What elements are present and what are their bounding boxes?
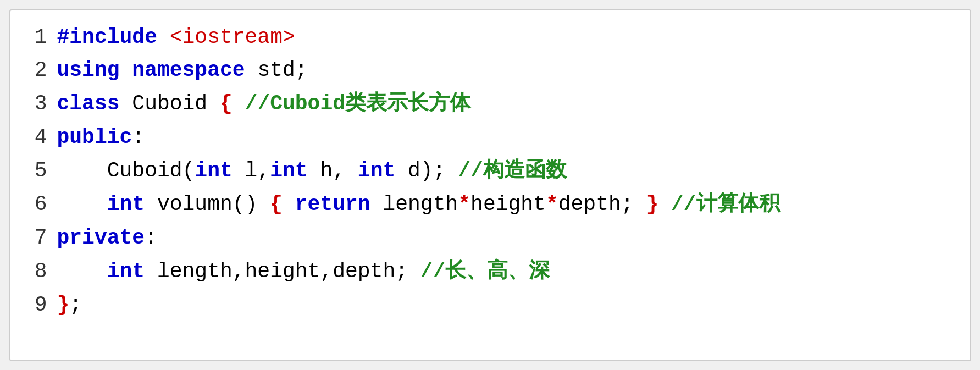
code-token: return [295, 192, 370, 216]
code-line: 4public: [27, 122, 954, 154]
code-token: //Cuboid类表示长方体 [232, 92, 470, 115]
code-token: : [132, 125, 145, 149]
code-line: 5 Cuboid(int l,int h, int d); //构造函数 [27, 155, 954, 187]
code-token: int [107, 259, 145, 283]
code-line: 6 int volumn() { return length*height*de… [27, 189, 954, 221]
code-line: 3class Cuboid { //Cuboid类表示长方体 [27, 88, 954, 120]
code-token: { [220, 92, 232, 115]
line-number: 5 [27, 155, 57, 187]
code-token: length,height,depth; [145, 259, 420, 283]
line-number: 6 [27, 189, 57, 221]
code-line: 1#include <iostream> [27, 21, 954, 54]
code-token: int [195, 159, 232, 183]
line-content: Cuboid(int l,int h, int d); //构造函数 [57, 155, 954, 187]
line-content: #include <iostream> [57, 21, 954, 54]
line-number: 3 [27, 88, 57, 120]
code-token: //长、高、深 [420, 259, 550, 283]
code-token: //计算体积 [658, 192, 779, 216]
line-number: 2 [27, 54, 57, 87]
code-token [57, 259, 107, 283]
code-token: private [57, 226, 145, 250]
line-number: 9 [27, 289, 57, 322]
code-token: height [470, 192, 546, 216]
code-token: //构造函数 [458, 159, 567, 183]
line-content: int volumn() { return length*height*dept… [57, 189, 954, 221]
code-line: 2using namespace std; [27, 54, 954, 87]
code-token: h, [308, 159, 358, 183]
code-token [283, 192, 295, 216]
code-token: l, [232, 159, 270, 183]
code-token: public [57, 125, 132, 149]
code-token: } [57, 293, 70, 317]
line-content: class Cuboid { //Cuboid类表示长方体 [57, 88, 954, 120]
code-token [120, 58, 132, 82]
code-token: Cuboid [120, 92, 220, 115]
line-content: using namespace std; [57, 54, 954, 87]
code-token: } [646, 192, 658, 216]
line-number: 4 [27, 122, 57, 154]
code-token [57, 192, 107, 216]
code-token: * [546, 192, 558, 216]
line-content: private: [57, 222, 954, 255]
line-content: int length,height,depth; //长、高、深 [57, 256, 954, 288]
code-token: ; [69, 293, 82, 317]
code-block: 1#include <iostream>2using namespace std… [27, 21, 954, 322]
code-token: int [358, 159, 395, 183]
code-token: #include [57, 25, 170, 49]
code-token: depth; [558, 192, 646, 216]
code-token: volumn() [145, 192, 270, 216]
code-token: std; [245, 58, 308, 82]
line-number: 7 [27, 222, 57, 255]
code-token: d); [395, 159, 458, 183]
code-token: : [145, 226, 157, 250]
code-line: 8 int length,height,depth; //长、高、深 [27, 256, 954, 288]
code-line: 9}; [27, 289, 954, 322]
line-number: 1 [27, 21, 57, 54]
code-token: int [107, 192, 145, 216]
code-token: { [270, 192, 283, 216]
code-token: length [370, 192, 458, 216]
code-token: namespace [132, 58, 245, 82]
line-number: 8 [27, 256, 57, 288]
line-content: }; [57, 289, 954, 322]
code-token: Cuboid( [57, 159, 195, 183]
line-content: public: [57, 122, 954, 154]
code-token: * [458, 192, 470, 216]
code-token: int [270, 159, 307, 183]
code-line: 7private: [27, 222, 954, 255]
code-container: 1#include <iostream>2using namespace std… [9, 9, 971, 361]
code-token: using [57, 58, 120, 82]
code-token: <iostream> [170, 25, 295, 49]
code-token: class [57, 92, 120, 115]
